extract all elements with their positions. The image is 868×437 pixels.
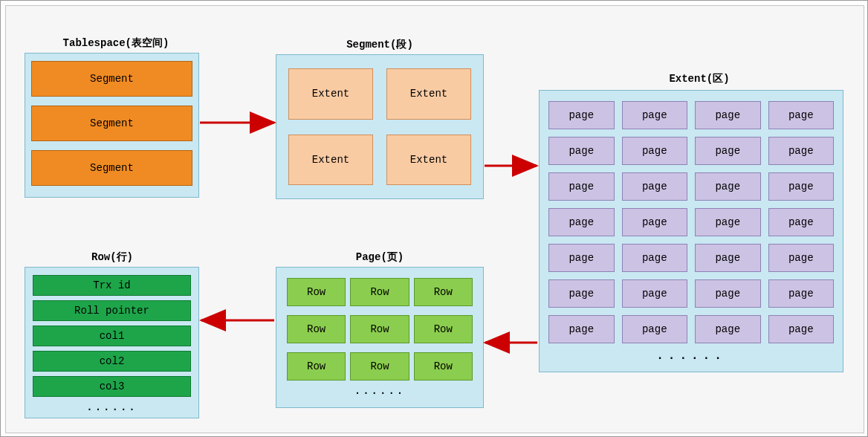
- extent-dots: ......: [548, 349, 834, 363]
- page-dots: ......: [287, 385, 473, 397]
- row-item: Row: [414, 352, 473, 381]
- extent-item: Extent: [386, 135, 471, 186]
- extent-item: Extent: [386, 68, 471, 120]
- page-item: page: [695, 208, 761, 236]
- page-item: page: [695, 137, 761, 165]
- extent-item: Extent: [288, 135, 373, 186]
- segment-item: Segment: [31, 106, 192, 141]
- page-item: page: [768, 208, 835, 236]
- title-page: Page(页): [335, 250, 424, 264]
- page-item: page: [622, 137, 688, 165]
- row-item: Row: [414, 278, 473, 306]
- page-item: page: [768, 244, 835, 272]
- page-item: page: [695, 172, 761, 201]
- tablespace-panel: Segment Segment Segment: [25, 53, 199, 198]
- row-field: col1: [33, 326, 191, 346]
- page-item: page: [548, 101, 615, 129]
- page-item: page: [695, 279, 761, 308]
- page-item: page: [622, 279, 688, 308]
- row-field: Trx id: [33, 275, 191, 296]
- row-item: Row: [287, 352, 346, 381]
- row-item: Row: [350, 278, 409, 306]
- page-item: page: [548, 315, 615, 343]
- page-grid: pagepagepagepagepagepagepagepagepagepage…: [548, 101, 834, 343]
- page-item: page: [768, 279, 835, 308]
- row-item: Row: [287, 278, 346, 306]
- page-item: page: [768, 101, 835, 129]
- page-item: page: [695, 244, 761, 272]
- page-item: page: [548, 172, 615, 201]
- title-tablespace: Tablespace(表空间): [49, 36, 183, 50]
- title-row: Row(行): [75, 250, 149, 264]
- segment-panel: Extent Extent Extent Extent: [276, 54, 484, 199]
- diagram-canvas: Tablespace(表空间) Segment(段) Extent(区) Pag…: [0, 0, 868, 437]
- row-item: Row: [287, 315, 346, 343]
- page-item: page: [622, 208, 688, 236]
- page-item: page: [622, 172, 688, 201]
- page-item: page: [695, 315, 761, 343]
- page-item: page: [548, 137, 615, 165]
- segment-item: Segment: [31, 61, 192, 97]
- row-item: Row: [414, 315, 473, 343]
- page-item: page: [768, 172, 835, 201]
- page-item: page: [622, 315, 688, 343]
- title-segment: Segment(段): [320, 38, 439, 51]
- page-item: page: [622, 244, 688, 272]
- row-panel: Trx id Roll pointer col1 col2 col3 .....…: [25, 267, 199, 418]
- row-grid: RowRowRowRowRowRowRowRowRow: [287, 278, 473, 381]
- row-field: Roll pointer: [33, 300, 191, 321]
- page-item: page: [548, 244, 615, 272]
- page-item: page: [695, 101, 761, 129]
- row-item: Row: [350, 315, 409, 343]
- page-item: page: [548, 279, 615, 308]
- page-panel: RowRowRowRowRowRowRowRowRow ......: [276, 267, 484, 408]
- row-item: Row: [350, 352, 409, 381]
- row-field: col2: [33, 351, 191, 372]
- page-item: page: [548, 208, 615, 236]
- segment-item: Segment: [31, 150, 192, 186]
- title-extent: Extent(区): [655, 72, 744, 85]
- row-field: col3: [33, 376, 191, 397]
- extent-panel: pagepagepagepagepagepagepagepagepagepage…: [539, 90, 843, 372]
- row-dots: ......: [33, 401, 191, 413]
- page-item: page: [768, 315, 835, 343]
- page-item: page: [768, 137, 835, 165]
- page-item: page: [622, 101, 688, 129]
- extent-item: Extent: [288, 68, 373, 120]
